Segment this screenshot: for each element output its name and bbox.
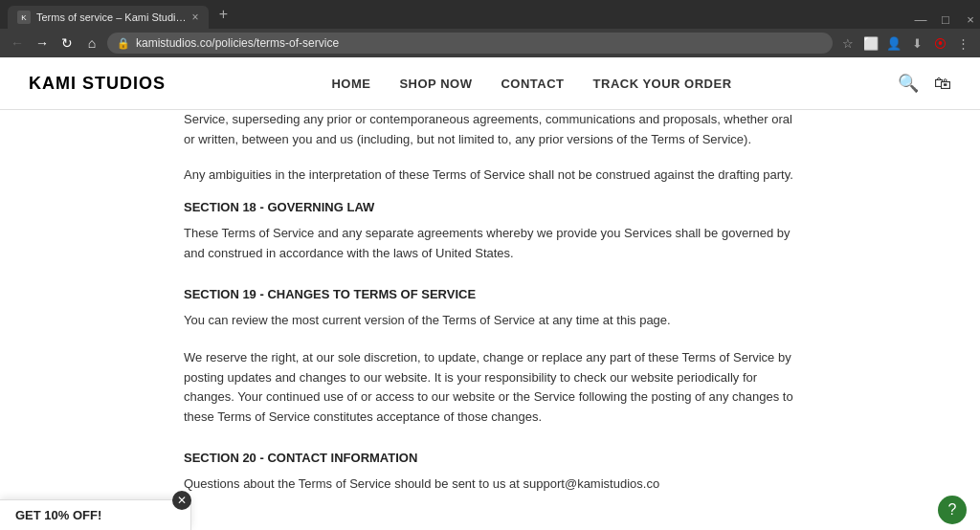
nav-home[interactable]: HOME: [331, 77, 370, 91]
more-icon[interactable]: ⦿: [930, 33, 949, 53]
lock-icon: 🔒: [117, 37, 130, 50]
site-content[interactable]: Service, superseding any prior or contem…: [0, 110, 980, 530]
section-19-title: SECTION 19 - CHANGES TO TERMS OF SERVICE: [184, 287, 796, 301]
content-main: Service, superseding any prior or contem…: [155, 110, 825, 530]
profile-icon[interactable]: 👤: [884, 33, 903, 53]
section-18: SECTION 18 - GOVERNING LAW These Terms o…: [184, 200, 796, 264]
close-window-button[interactable]: ×: [961, 10, 980, 29]
intro-paragraph-2: Any ambiguities in the interpretation of…: [184, 166, 796, 186]
site-nav: HOME SHOP NOW CONTACT TRACK YOUR ORDER: [331, 77, 731, 91]
popup-text: GET 10% OFF!: [15, 508, 101, 522]
section-18-title: SECTION 18 - GOVERNING LAW: [184, 200, 796, 214]
back-button[interactable]: ←: [8, 33, 27, 53]
help-button[interactable]: ?: [938, 496, 967, 524]
header-icons: 🔍 🛍: [898, 73, 951, 94]
home-button[interactable]: ⌂: [82, 33, 101, 53]
website: KAMI STUDIOS HOME SHOP NOW CONTACT TRACK…: [0, 57, 980, 530]
download-icon[interactable]: ⬇: [907, 33, 926, 53]
address-bar[interactable]: 🔒 kamistudios.co/policies/terms-of-servi…: [107, 33, 833, 54]
section-19-body1: You can review the most current version …: [184, 311, 796, 331]
minimize-button[interactable]: —: [911, 10, 930, 29]
section-20-body: Questions about the Terms of Service sho…: [184, 475, 796, 495]
section-19: SECTION 19 - CHANGES TO TERMS OF SERVICE…: [184, 287, 796, 428]
browser-chrome: K Terms of service – Kami Studi… × + — □…: [0, 0, 980, 57]
site-header: KAMI STUDIOS HOME SHOP NOW CONTACT TRACK…: [0, 57, 980, 110]
menu-icon[interactable]: ⋮: [953, 33, 972, 53]
search-icon[interactable]: 🔍: [898, 73, 919, 94]
nav-contact[interactable]: CONTACT: [501, 77, 564, 91]
address-text: kamistudios.co/policies/terms-of-service: [136, 36, 339, 50]
section-18-body: These Terms of Service and any separate …: [184, 224, 796, 264]
nav-track-order[interactable]: TRACK YOUR ORDER: [593, 77, 732, 91]
nav-shop-now[interactable]: SHOP NOW: [399, 77, 472, 91]
active-tab[interactable]: K Terms of service – Kami Studi… ×: [8, 6, 209, 29]
intro-paragraph-1: Service, superseding any prior or contem…: [184, 110, 796, 150]
maximize-button[interactable]: □: [936, 10, 955, 29]
tab-favicon: K: [17, 11, 31, 24]
toolbar-right: ☆ ⬜ 👤 ⬇ ⦿ ⋮: [838, 33, 972, 53]
new-tab-button[interactable]: +: [212, 3, 235, 26]
browser-toolbar: ← → ↻ ⌂ 🔒 kamistudios.co/policies/terms-…: [0, 29, 980, 57]
forward-button[interactable]: →: [33, 33, 52, 53]
window-controls: — □ ×: [911, 10, 980, 29]
tab-close-button[interactable]: ×: [192, 11, 199, 24]
popup-close-button[interactable]: ✕: [172, 491, 191, 510]
bookmark-icon[interactable]: ☆: [838, 33, 858, 53]
cart-icon[interactable]: 🛍: [934, 74, 951, 94]
section-20-title: SECTION 20 - CONTACT INFORMATION: [184, 451, 796, 465]
extensions-icon[interactable]: ⬜: [861, 33, 880, 53]
reload-button[interactable]: ↻: [57, 33, 77, 53]
site-logo[interactable]: KAMI STUDIOS: [29, 74, 166, 94]
popup-banner: ✕ GET 10% OFF!: [0, 499, 191, 530]
section-19-body2: We reserve the right, at our sole discre…: [184, 348, 796, 428]
tab-title: Terms of service – Kami Studi…: [36, 11, 187, 23]
section-20: SECTION 20 - CONTACT INFORMATION Questio…: [184, 451, 796, 495]
browser-tabs: K Terms of service – Kami Studi… × + — □…: [0, 0, 980, 29]
